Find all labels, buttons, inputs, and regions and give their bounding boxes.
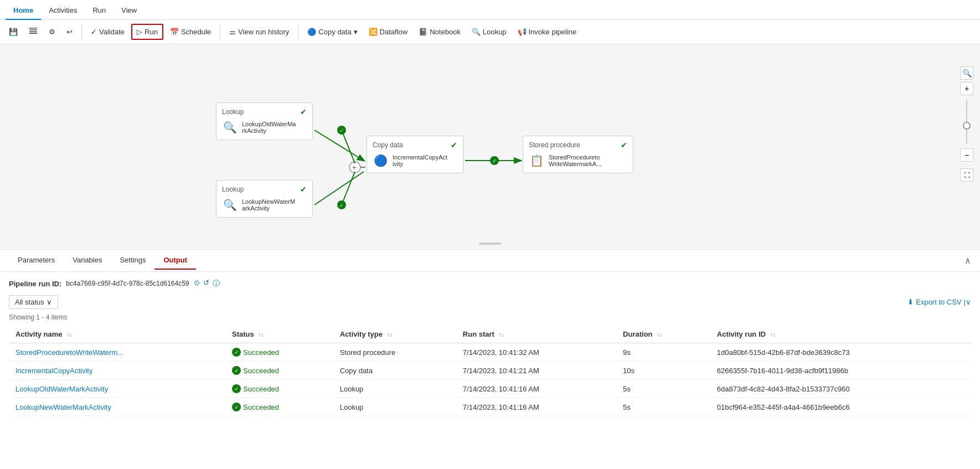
status-success-badge: ✓ Succeeded (232, 384, 327, 393)
cell-duration: 10s (616, 362, 710, 380)
activity-name-link[interactable]: IncrementalCopyActivity (16, 367, 92, 375)
svg-line-5 (314, 172, 364, 205)
notebook-button[interactable]: 📓 Notebook (414, 25, 465, 39)
col-activity-type[interactable]: Activity type ↑↓ (333, 326, 456, 343)
sort-run-start-icon: ↑↓ (499, 332, 504, 338)
tab-view[interactable]: View (114, 2, 145, 20)
run-id-label: Pipeline run ID: (9, 280, 61, 288)
canvas-search-button[interactable]: 🔍 (960, 66, 973, 80)
cell-run-start: 7/14/2023, 10:41:21 AM (456, 362, 616, 380)
run-button[interactable]: ▷ Run (131, 24, 163, 40)
lookup-button[interactable]: 🔍 Lookup (467, 25, 511, 39)
cell-activity-name[interactable]: LookupOldWaterMarkActivity (9, 380, 225, 398)
cell-run-id: 6266355f-7b16-4011-9d38-acfb9f11986b (710, 362, 971, 380)
info-icon[interactable]: ⓘ (213, 279, 220, 288)
download-icon: ⬇ (907, 298, 914, 306)
fit-to-screen-button[interactable]: ⛶ (960, 168, 973, 182)
undo-button[interactable]: ↩ (62, 25, 77, 39)
col-run-start[interactable]: Run start ↑↓ (456, 326, 616, 343)
node-stored-procedure[interactable]: Stored procedure ✔ 📋 StoredProceduretoWr… (523, 136, 633, 173)
node-lookup-old[interactable]: Lookup ✔ 🔍 LookupOldWaterMarkActivity (216, 102, 313, 140)
zoom-out-button[interactable]: − (960, 148, 973, 162)
node-lookup1-success-badge: ✔ (300, 107, 307, 116)
status-filter-chevron-icon: ∨ (47, 298, 52, 306)
run-icon: ▷ (137, 28, 142, 36)
activity-name-link[interactable]: LookupOldWaterMarkActivity (16, 385, 108, 393)
cell-status: ✓ Succeeded (225, 398, 333, 416)
status-filter-dropdown[interactable]: All status ∨ (9, 295, 58, 309)
copy-data-chevron-icon: ▾ (354, 28, 358, 36)
tab-activities[interactable]: Activities (41, 2, 85, 20)
tab-run[interactable]: Run (85, 2, 114, 20)
filter-row: All status ∨ ⬇ Export to CSV |∨ (9, 295, 971, 309)
node-copy-data[interactable]: Copy data ✔ 🔵 IncrementalCopyActivity (367, 136, 463, 173)
col-status[interactable]: Status ↑↓ (225, 326, 333, 343)
output-table: Activity name ↑↓ Status ↑↓ Activity type… (9, 326, 971, 416)
tab-output[interactable]: Output (154, 251, 196, 270)
cell-activity-name[interactable]: LookupNewWaterMarkActivity (9, 398, 225, 416)
separator-3 (298, 25, 298, 39)
tab-parameters[interactable]: Parameters (9, 251, 64, 270)
table-row: StoredProceduretoWriteWaterm...✓ Succeed… (9, 343, 971, 362)
col-activity-run-id[interactable]: Activity run ID ↑↓ (710, 326, 971, 343)
copy-id-icon[interactable]: ⊙ (194, 279, 200, 288)
zoom-in-button[interactable]: + (960, 82, 973, 95)
sort-status-icon: ↑↓ (258, 332, 264, 338)
activity-name-link[interactable]: StoredProceduretoWriteWaterm... (16, 348, 123, 357)
cell-run-start: 7/14/2023, 10:41:16 AM (456, 380, 616, 398)
dataflow-button[interactable]: 🔀 Dataflow (364, 25, 412, 39)
run-id-icons: ⊙ ↺ ⓘ (194, 279, 220, 288)
tab-home[interactable]: Home (6, 2, 41, 20)
edit-button[interactable] (24, 24, 42, 40)
export-csv-button[interactable]: ⬇ Export to CSV |∨ (907, 298, 971, 306)
toolbar: 💾 ⚙ ↩ ✓ Validate ▷ Run 📅 Schedule ⚌ View… (0, 20, 980, 44)
schedule-button[interactable]: 📅 Schedule (166, 25, 215, 39)
activity-name-link[interactable]: LookupNewWaterMarkActivity (16, 403, 111, 411)
validate-button[interactable]: ✓ Validate (86, 25, 129, 39)
panel-collapse-button[interactable]: ∧ (964, 255, 971, 266)
notebook-icon: 📓 (419, 28, 427, 36)
svg-line-4 (314, 130, 364, 161)
panel-tab-list: Parameters Variables Settings Output (9, 251, 196, 270)
sort-activity-type-icon: ↑↓ (387, 332, 393, 338)
svg-point-11 (490, 156, 499, 165)
cell-activity-name[interactable]: IncrementalCopyActivity (9, 362, 225, 380)
copy-data-button[interactable]: 🔵 Copy data ▾ (303, 25, 362, 39)
cell-activity-name[interactable]: StoredProceduretoWriteWaterm... (9, 343, 225, 362)
run-history-icon: ⚌ (229, 28, 236, 36)
sort-run-id-icon: ↑↓ (770, 332, 776, 338)
zoom-slider[interactable] (966, 100, 967, 144)
svg-point-9 (337, 200, 346, 209)
sort-duration-icon: ↑↓ (657, 332, 662, 338)
node-copydata-label: IncrementalCopyActivity (393, 154, 448, 167)
svg-rect-3 (29, 28, 37, 29)
refresh-icon[interactable]: ↺ (203, 279, 209, 288)
svg-text:✓: ✓ (339, 202, 344, 208)
zoom-controls: 🔍 + − ⛶ (960, 66, 973, 182)
node-lookup1-label: LookupOldWaterMarkActivity (242, 121, 297, 134)
node-lookup1-type-label: Lookup (222, 108, 244, 116)
col-activity-name[interactable]: Activity name ↑↓ (9, 326, 225, 343)
status-success-badge: ✓ Succeeded (232, 348, 327, 357)
success-checkmark-icon: ✓ (232, 384, 241, 393)
col-duration[interactable]: Duration ↑↓ (616, 326, 710, 343)
invoke-pipeline-button[interactable]: 📢 Invoke pipeline (513, 25, 581, 39)
cell-activity-type: Stored procedure (333, 343, 456, 362)
svg-rect-1 (29, 31, 37, 32)
separator-1 (81, 25, 82, 39)
tab-settings[interactable]: Settings (111, 251, 154, 270)
node-storedproc-success-badge: ✔ (621, 141, 627, 150)
save-button[interactable]: 💾 (4, 25, 22, 39)
cell-status: ✓ Succeeded (225, 362, 333, 380)
success-checkmark-icon: ✓ (232, 366, 241, 375)
settings-button[interactable]: ⚙ (44, 25, 60, 39)
cell-duration: 9s (616, 343, 710, 362)
tab-variables[interactable]: Variables (64, 251, 111, 270)
run-id-row: Pipeline run ID: bc4a7669-c95f-4d7c-978c… (9, 279, 971, 288)
view-run-history-button[interactable]: ⚌ View run history (225, 25, 293, 39)
pipeline-canvas: ✓ ✓ ✓ + Lookup ✔ 🔍 LookupOldWaterMarkAct… (0, 44, 980, 249)
node-lookup-new[interactable]: Lookup ✔ 🔍 LookupNewWaterMarkActivity (216, 180, 313, 218)
node-lookup2-success-badge: ✔ (300, 185, 307, 194)
panel-resize-handle[interactable] (479, 243, 501, 245)
lookup1-icon: 🔍 (222, 120, 238, 135)
